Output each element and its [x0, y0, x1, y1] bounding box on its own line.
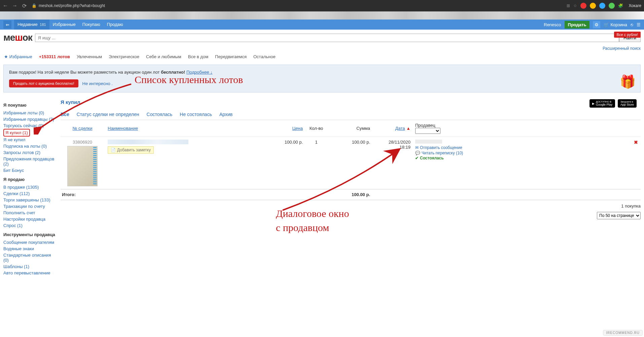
sidebar-tools-header: Инструменты продавца	[3, 232, 57, 237]
tab-archive[interactable]: Архив	[219, 112, 232, 117]
logout-icon[interactable]: ⎋	[631, 22, 633, 27]
col-seller: Продавец	[415, 123, 435, 128]
sidebar-item-deals[interactable]: Сделки (112)	[3, 190, 57, 197]
browser-chrome: ← → ⟳ 🔒 meshok.net/profile.php?what=boug…	[0, 0, 644, 11]
delete-icon[interactable]: ✖	[634, 140, 641, 186]
add-note-button[interactable]: 📄 Добавить заметку	[108, 146, 154, 154]
ext-icon-1[interactable]	[580, 3, 586, 9]
sidebar-sell-header: Я продаю	[3, 177, 57, 182]
tab-recent[interactable]: Недавние 181	[14, 20, 49, 30]
table-header: № сделки Наименование Цена Кол-во Сумма …	[61, 120, 641, 137]
table-row: 33806920 📄 Добавить заметку 100.00 р. 1 …	[61, 137, 641, 189]
ext-icon-2[interactable]	[590, 3, 596, 9]
send-message-link[interactable]: ✉ Отправить сообщение	[415, 145, 481, 150]
promo-banner: Вам подарок! На этой неделе Вы можете ра…	[3, 65, 641, 92]
sidebar-item-offers[interactable]: Предложения продавцов (2)	[3, 156, 57, 167]
tab-selling[interactable]: Продаю	[104, 20, 127, 30]
deal-tabs: Все Статус сделки не определен Состоялас…	[61, 109, 641, 120]
deal-number: 33806920	[73, 140, 92, 145]
promo-sell-button[interactable]: Продать лот с аукциона бесплатно!	[9, 79, 78, 87]
ext-icon-3[interactable]	[599, 3, 605, 9]
qr-icon[interactable]: ⊞	[567, 3, 570, 8]
tab-failed[interactable]: Не состоялась	[180, 112, 212, 117]
sidebar-item-watermark[interactable]: Водяные знаки	[3, 246, 57, 252]
search-input[interactable]	[35, 34, 619, 42]
url-text: meshok.net/profile.php?what=bought	[39, 3, 105, 8]
sidebar-item-bonus[interactable]: Бит Бонус	[3, 167, 57, 174]
menu-icon[interactable]: ☰	[637, 22, 641, 27]
col-deal-num[interactable]: № сделки	[73, 126, 93, 131]
sidebar-item-not-bought[interactable]: Я не купил	[3, 137, 57, 143]
sidebar-item-ended[interactable]: Торги завершены (133)	[3, 197, 57, 203]
sidebar-item-requests[interactable]: Запросы лотов (2)	[3, 149, 57, 156]
sidebar-item-fav-sellers[interactable]: Избранные продавцы (2)	[3, 116, 57, 122]
col-date[interactable]: Дата	[395, 126, 405, 131]
fav-star[interactable]: ★ Избранные	[4, 54, 32, 59]
sell-button[interactable]: Продать	[565, 21, 590, 29]
cat-link[interactable]: Передвигаемся	[215, 54, 247, 59]
sidebar-item-msg-buyers[interactable]: Сообщение покупателям	[3, 239, 57, 246]
seller-name-blurred	[415, 140, 442, 144]
col-name[interactable]: Наименование	[108, 126, 138, 131]
per-page-select[interactable]: По 50 на странице	[597, 212, 641, 219]
sidebar-item-templates[interactable]: Шаблоны (1)	[3, 263, 57, 270]
tab-undefined[interactable]: Статус сделки не определен	[77, 112, 139, 117]
google-play-badge[interactable]: ▶ ДОСТУПНО ВGoogle Play	[589, 99, 615, 108]
pagination-footer: 1 покупка	[61, 200, 641, 212]
cat-link[interactable]: Остальное	[253, 54, 276, 59]
sidebar-item-transactions[interactable]: Транзакции по счету	[3, 203, 57, 210]
sidebar-buy-header: Я покупаю	[3, 103, 57, 108]
col-price[interactable]: Цена	[292, 126, 303, 131]
cat-link[interactable]: Все в дом	[188, 54, 208, 59]
read-messages-link[interactable]: 💬 Читать переписку (10)	[415, 150, 481, 156]
purchases-count: 1 покупка	[621, 203, 641, 209]
gear-icon[interactable]: ⚙	[593, 21, 600, 28]
sidebar-item-seller-settings[interactable]: Настройки продавца	[3, 216, 57, 222]
cell-sum: 100.00 р.	[330, 140, 370, 186]
sidebar-item-demand[interactable]: Спрос (1)	[3, 222, 57, 229]
sidebar: Я покупаю Избранные лоты (0) Избранные п…	[3, 99, 57, 276]
lot-thumbnail[interactable]	[67, 146, 98, 186]
col-qty: Кол-во	[310, 126, 323, 131]
sidebar-item-topup[interactable]: Пополнить счет	[3, 210, 57, 216]
cat-link[interactable]: Увлеченным	[77, 54, 102, 59]
cat-link[interactable]: Электрическое	[109, 54, 139, 59]
sidebar-item-onsale[interactable]: В продаже (1305)	[3, 184, 57, 190]
cell-time: 18:19	[399, 145, 410, 150]
promo-dismiss[interactable]: Не интересно .	[82, 81, 113, 86]
site-topbar: ⇐ Недавние 181 Избранные Покупаю Продаю …	[0, 20, 644, 30]
sidebar-item-bidding[interactable]: Торгуюсь сейчас (0)	[3, 122, 57, 129]
tab-done[interactable]: Состоялась	[147, 112, 173, 117]
tab-buying[interactable]: Покупаю	[79, 20, 104, 30]
sidebar-item-bought[interactable]: Я купил (1)	[3, 129, 30, 137]
app-store-badge[interactable]: Загрузите вApp Store	[618, 99, 637, 108]
seller-filter[interactable]	[415, 128, 440, 134]
puzzle-icon[interactable]: 🧩	[618, 3, 623, 8]
sidebar-item-subscribe[interactable]: Подписка на лоты (0)	[3, 143, 57, 149]
basket-link[interactable]: 🛒Корзина	[604, 22, 627, 27]
topbar-username[interactable]: Renesco	[544, 22, 561, 27]
reload-icon[interactable]: ⟳	[22, 3, 27, 8]
back-icon[interactable]: ←	[3, 3, 8, 8]
promo-more-link[interactable]: Подробнее ↓	[186, 70, 213, 75]
lot-count: +153311 лотов	[39, 54, 70, 59]
advanced-search-link[interactable]: Расширенный поиск	[603, 46, 641, 51]
topbar-back[interactable]: ⇐	[3, 21, 11, 29]
star-icon[interactable]: ☆	[573, 3, 577, 8]
cell-date: 28/11/2020	[389, 140, 410, 145]
sidebar-item-std-desc[interactable]: Стандартные описания (0)	[3, 252, 57, 263]
browser-user[interactable]: Хокаге	[629, 3, 641, 8]
sidebar-item-fav-lots[interactable]: Избранные лоты (0)	[3, 110, 57, 116]
sidebar-item-autorelist[interactable]: Авто перевыставление	[3, 270, 57, 276]
cat-link[interactable]: Себе и любимым	[146, 54, 181, 59]
page-title: Я купил	[61, 99, 641, 105]
ruble-promo[interactable]: Все с рубля!	[614, 32, 641, 38]
tab-all[interactable]: Все	[61, 112, 69, 117]
gift-icon: 🎁	[620, 74, 636, 89]
ext-icon-4[interactable]	[609, 3, 615, 9]
header: мешок Найти Все с рубля!	[0, 30, 644, 46]
tab-favorites[interactable]: Избранные	[49, 20, 79, 30]
cell-price: 100.00 р.	[266, 140, 303, 186]
forward-icon[interactable]: →	[12, 3, 17, 8]
logo[interactable]: мешок	[3, 32, 32, 43]
